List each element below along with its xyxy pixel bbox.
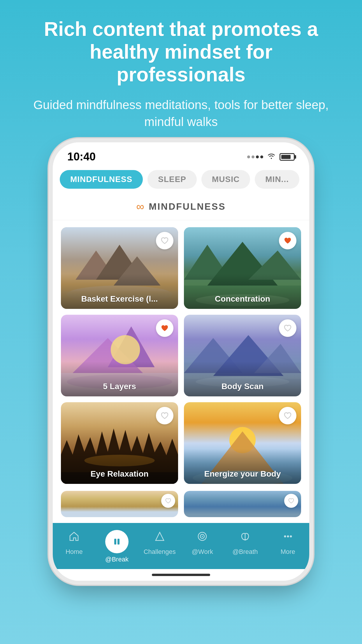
pause-button[interactable] xyxy=(105,530,129,553)
card-overlay xyxy=(61,449,178,484)
card-body-scan[interactable]: Body Scan xyxy=(184,315,301,396)
signal-icon xyxy=(247,155,263,158)
heart-button-5layers[interactable] xyxy=(156,319,173,337)
card-concentration[interactable]: Concentration xyxy=(184,227,301,309)
card-overlay xyxy=(184,449,301,484)
card-overlay xyxy=(184,274,301,309)
svg-point-37 xyxy=(202,536,203,537)
heart-button-basket[interactable] xyxy=(156,232,173,249)
status-time: 10:40 xyxy=(67,150,96,163)
home-bar xyxy=(152,574,210,576)
svg-rect-33 xyxy=(114,539,116,545)
home-icon xyxy=(68,530,80,546)
tab-mindfulness[interactable]: MINDFULNESS xyxy=(60,170,143,189)
card-basket-exercise[interactable]: Basket Exercise (l... xyxy=(61,227,178,309)
status-icons xyxy=(247,152,295,162)
card-5layers[interactable]: 5 Layers xyxy=(61,315,178,396)
nav-more[interactable]: More xyxy=(266,530,309,556)
content-grid: Basket Exercise (l... xyxy=(53,220,309,491)
card-label-basket: Basket Exercise (l... xyxy=(61,294,178,304)
nav-home-label: Home xyxy=(66,548,83,556)
heart-button-concentration[interactable] xyxy=(279,232,296,249)
work-icon xyxy=(196,530,209,546)
svg-point-39 xyxy=(284,536,286,538)
nav-challenges-label: Challenges xyxy=(144,548,176,556)
battery-icon xyxy=(280,153,295,161)
card-label-5layers: 5 Layers xyxy=(61,382,178,391)
heart-button-bodyscan[interactable] xyxy=(279,319,296,337)
partial-card-1[interactable] xyxy=(61,491,178,517)
tab-music[interactable]: MUSIC xyxy=(201,170,250,189)
heart-button-partial1[interactable] xyxy=(161,494,175,508)
card-label-energize: Energize your Body xyxy=(184,469,301,479)
header-subtitle: Guided mindfulness meditations, tools fo… xyxy=(23,97,339,131)
heart-button-eyerelax[interactable] xyxy=(156,407,173,424)
svg-point-41 xyxy=(290,536,292,538)
nav-breath-label: @Breath xyxy=(232,548,258,556)
more-icon xyxy=(282,530,294,546)
partial-card-2[interactable] xyxy=(184,491,301,517)
section-title: MINDFULNESS xyxy=(149,201,226,212)
svg-rect-34 xyxy=(117,539,120,545)
card-overlay xyxy=(184,361,301,396)
wifi-icon xyxy=(267,152,276,162)
bottom-nav: Home @Break xyxy=(53,523,309,569)
nav-breath[interactable]: @Breath xyxy=(224,530,267,556)
card-label-concentration: Concentration xyxy=(184,294,301,304)
nav-challenges[interactable]: Challenges xyxy=(138,530,181,556)
phone-wrapper: 10:40 xyxy=(47,142,315,644)
section-header: ∞ MINDFULNESS xyxy=(53,195,309,220)
tab-sleep[interactable]: SLEEP xyxy=(147,170,197,189)
nav-work-label: @Work xyxy=(192,548,213,556)
phone-screen: 10:40 xyxy=(53,142,309,581)
phone-frame: 10:40 xyxy=(53,142,309,581)
card-label-bodyscan: Body Scan xyxy=(184,382,301,391)
card-overlay xyxy=(61,361,178,396)
nav-break[interactable]: @Break xyxy=(96,530,138,563)
nav-more-label: More xyxy=(281,548,295,556)
heart-button-partial2[interactable] xyxy=(284,494,298,508)
card-overlay xyxy=(61,274,178,309)
card-eye-relaxation[interactable]: Eye Relaxation xyxy=(61,402,178,484)
tab-min[interactable]: MIN... xyxy=(255,170,299,189)
nav-break-label: @Break xyxy=(105,556,129,563)
svg-point-40 xyxy=(287,536,289,538)
header-section: Rich content that promotes a healthy min… xyxy=(0,0,362,142)
nav-work[interactable]: @Work xyxy=(181,530,224,556)
card-label-eyerelax: Eye Relaxation xyxy=(61,469,178,479)
breath-icon xyxy=(239,530,252,546)
home-indicator xyxy=(53,569,309,581)
header-title: Rich content that promotes a healthy min… xyxy=(23,18,339,86)
partial-cards-row xyxy=(53,491,309,523)
infinity-icon: ∞ xyxy=(136,200,144,213)
challenges-icon xyxy=(153,530,166,546)
status-bar: 10:40 xyxy=(53,142,309,165)
heart-button-energize[interactable] xyxy=(279,407,296,424)
category-tabs: MINDFULNESS SLEEP MUSIC MIN... xyxy=(53,165,309,195)
svg-point-15 xyxy=(111,335,140,364)
card-energize-body[interactable]: Energize your Body xyxy=(184,402,301,484)
nav-home[interactable]: Home xyxy=(53,530,96,556)
